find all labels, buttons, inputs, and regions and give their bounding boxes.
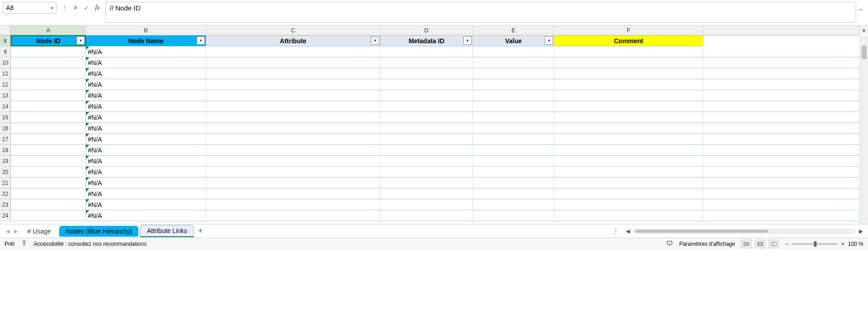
- cell[interactable]: [381, 123, 473, 133]
- row-header[interactable]: 16: [0, 123, 11, 134]
- cell[interactable]: [206, 145, 381, 155]
- th-value[interactable]: Value ▾: [473, 36, 554, 46]
- cell[interactable]: #N/A: [86, 90, 206, 101]
- cell[interactable]: [206, 178, 381, 188]
- vertical-scrollbar[interactable]: ▲: [860, 25, 868, 224]
- filter-button[interactable]: ▾: [197, 36, 205, 45]
- cell[interactable]: [381, 145, 473, 155]
- cell[interactable]: [11, 112, 86, 122]
- cell[interactable]: #N/A: [86, 178, 206, 188]
- sheet-tab-usage[interactable]: # Usage: [21, 226, 57, 237]
- accept-icon[interactable]: ✓: [83, 4, 90, 11]
- cell[interactable]: [473, 188, 554, 199]
- cell[interactable]: [381, 167, 473, 177]
- hscroll-left-icon[interactable]: ◀: [624, 228, 631, 234]
- cell[interactable]: [11, 68, 86, 79]
- row-header[interactable]: 13: [0, 90, 11, 101]
- cell[interactable]: [11, 90, 86, 101]
- view-normal-button[interactable]: [741, 240, 751, 248]
- cell[interactable]: [381, 57, 473, 68]
- cell[interactable]: [554, 90, 703, 101]
- cell[interactable]: [554, 79, 703, 90]
- cell[interactable]: [11, 199, 86, 210]
- cell[interactable]: [206, 123, 381, 133]
- cell[interactable]: [11, 79, 86, 90]
- row-header[interactable]: 24: [0, 210, 11, 221]
- cell[interactable]: [11, 156, 86, 166]
- cell[interactable]: #N/A: [86, 46, 206, 57]
- cell[interactable]: [206, 57, 381, 68]
- cell[interactable]: [206, 68, 381, 79]
- column-header-B[interactable]: B: [86, 25, 206, 36]
- cell[interactable]: [554, 145, 703, 155]
- row-header[interactable]: 14: [0, 101, 11, 112]
- cell[interactable]: [554, 68, 703, 79]
- cell[interactable]: #N/A: [86, 68, 206, 79]
- row-header[interactable]: 22: [0, 188, 11, 199]
- cell[interactable]: #N/A: [86, 123, 206, 133]
- cell[interactable]: #N/A: [86, 79, 206, 90]
- cell[interactable]: [473, 167, 554, 177]
- cell[interactable]: [554, 46, 703, 57]
- cell[interactable]: [473, 57, 554, 68]
- cell[interactable]: [473, 68, 554, 79]
- cell[interactable]: [473, 79, 554, 90]
- cell[interactable]: [11, 57, 86, 68]
- name-box-dropdown-icon[interactable]: ▾: [51, 5, 53, 10]
- row-header[interactable]: 20: [0, 167, 11, 178]
- column-header-F[interactable]: F: [554, 25, 703, 36]
- cell[interactable]: [554, 57, 703, 68]
- cell[interactable]: [206, 79, 381, 90]
- filter-button[interactable]: ▾: [371, 36, 379, 45]
- cell[interactable]: #N/A: [86, 101, 206, 112]
- status-display-settings[interactable]: Paramètres d'affichage: [679, 241, 735, 247]
- column-header-blank[interactable]: [703, 25, 860, 36]
- cell[interactable]: [381, 90, 473, 101]
- view-page-break-button[interactable]: [769, 240, 779, 248]
- row-header[interactable]: 17: [0, 134, 11, 145]
- cell[interactable]: [473, 46, 554, 57]
- add-sheet-button[interactable]: +: [195, 226, 206, 236]
- cell[interactable]: [381, 188, 473, 199]
- cell[interactable]: #N/A: [86, 145, 206, 155]
- sheet-tab-nodes[interactable]: Nodes (Blue Hierarchy): [59, 226, 138, 237]
- more-icon[interactable]: ⋮: [61, 4, 68, 11]
- row-header[interactable]: 23: [0, 199, 11, 210]
- tab-menu-icon[interactable]: ⋮: [609, 227, 622, 235]
- th-attribute[interactable]: Attribute ▾: [206, 36, 381, 46]
- cell[interactable]: [381, 199, 473, 210]
- column-header-D[interactable]: D: [381, 25, 473, 36]
- cell[interactable]: [381, 156, 473, 166]
- cell[interactable]: [11, 46, 86, 57]
- accessibility-icon[interactable]: [21, 240, 27, 248]
- zoom-slider-thumb[interactable]: [814, 241, 817, 247]
- cell[interactable]: [473, 112, 554, 122]
- display-settings-icon[interactable]: [666, 240, 673, 248]
- cell[interactable]: [206, 156, 381, 166]
- cell[interactable]: [554, 101, 703, 112]
- zoom-slider[interactable]: [792, 243, 838, 245]
- tab-nav-prev-icon[interactable]: ◄: [4, 228, 12, 235]
- cell[interactable]: #N/A: [86, 57, 206, 68]
- cell[interactable]: [11, 167, 86, 177]
- cell[interactable]: #N/A: [86, 134, 206, 144]
- cell[interactable]: [206, 134, 381, 144]
- vscroll-thumb[interactable]: [862, 46, 867, 59]
- row-header[interactable]: 12: [0, 79, 11, 90]
- cell[interactable]: [381, 134, 473, 144]
- cell[interactable]: [554, 199, 703, 210]
- cell[interactable]: [473, 123, 554, 133]
- cell[interactable]: [554, 210, 703, 221]
- cell[interactable]: [11, 123, 86, 133]
- horizontal-scrollbar[interactable]: [633, 229, 855, 234]
- cell[interactable]: [473, 145, 554, 155]
- cell[interactable]: #N/A: [86, 112, 206, 122]
- filter-button[interactable]: ▾: [545, 36, 553, 45]
- column-header-A[interactable]: A: [11, 25, 86, 36]
- row-header[interactable]: 15: [0, 112, 11, 123]
- cancel-icon[interactable]: ✕: [72, 4, 79, 11]
- th-node-id[interactable]: Node ID ▾: [11, 36, 86, 46]
- fx-icon[interactable]: fx: [94, 4, 101, 11]
- cell[interactable]: [554, 178, 703, 188]
- vscroll-track[interactable]: [860, 36, 868, 224]
